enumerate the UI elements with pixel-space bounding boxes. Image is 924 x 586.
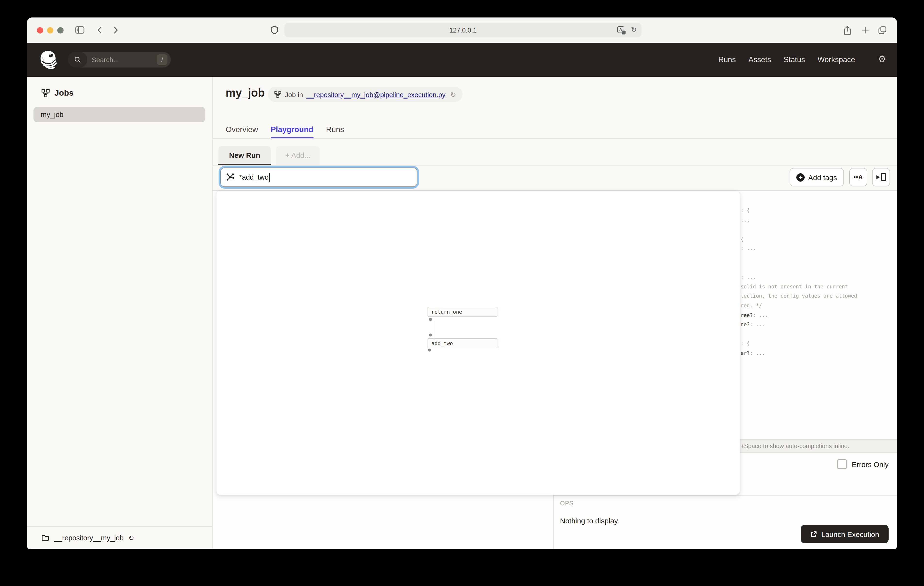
breadcrumb: Job in __repository__my_job@pipeline_exe… xyxy=(268,87,462,102)
tabs-divider xyxy=(213,138,897,139)
header-nav: Runs Assets Status Workspace xyxy=(718,43,855,77)
input-dot xyxy=(429,334,432,336)
app-body: Jobs my_job __repository__my_job ↻ my_jo… xyxy=(27,77,897,549)
sidebar-section-title: Jobs xyxy=(54,88,74,98)
breadcrumb-prefix: Job in xyxy=(285,91,303,98)
sidebar-item-my-job[interactable]: my_job xyxy=(33,107,205,122)
nav-workspace[interactable]: Workspace xyxy=(818,55,855,64)
panel-icon xyxy=(881,173,886,181)
search-input[interactable]: Search... / xyxy=(68,52,171,68)
config-line: : { xyxy=(741,341,857,350)
sidebar-jobs-header: Jobs xyxy=(27,77,212,98)
graph-edge xyxy=(434,321,434,338)
sidebar: Jobs my_job __repository__my_job ↻ xyxy=(27,77,213,549)
play-icon xyxy=(876,175,879,179)
workflow-icon xyxy=(274,91,282,98)
op-selector-value: *add_two xyxy=(239,173,269,181)
tab-overview[interactable]: Overview xyxy=(226,125,258,138)
url-bar[interactable]: 127.0.0.1 A ↻ xyxy=(284,23,642,37)
repository-reload-icon[interactable]: ↻ xyxy=(129,535,134,541)
op-graph-icon xyxy=(226,172,235,182)
traffic-light-close[interactable] xyxy=(37,27,43,33)
session-add-button[interactable]: + Add... xyxy=(276,146,320,166)
output-dot xyxy=(428,349,431,351)
translate-icon[interactable]: A xyxy=(617,26,625,34)
autocomplete-button[interactable]: ••A xyxy=(849,168,867,186)
back-icon[interactable] xyxy=(96,25,103,35)
graph-canvas[interactable]: return_one add_two xyxy=(216,191,739,495)
nav-runs[interactable]: Runs xyxy=(718,55,736,64)
config-line xyxy=(741,264,857,274)
desktop: 127.0.0.1 A ↻ xyxy=(0,0,924,586)
tab-runs[interactable]: Runs xyxy=(326,125,344,138)
traffic-light-minimize[interactable] xyxy=(47,27,53,33)
sidebar-footer: __repository__my_job ↻ xyxy=(27,526,212,549)
tab-overview-icon[interactable] xyxy=(878,25,887,35)
config-line: solid is not present in the current xyxy=(741,283,857,293)
url-text: 127.0.0.1 xyxy=(449,26,477,34)
browser-toolbar: 127.0.0.1 A ↻ xyxy=(27,18,897,43)
op-selector-input[interactable]: *add_two xyxy=(220,167,417,187)
workflow-icon xyxy=(41,89,50,98)
editor-footer-hint: +Space to show auto-completions inline. xyxy=(741,440,849,452)
add-tags-button[interactable]: + Add tags xyxy=(790,168,844,186)
plus-circle-icon: + xyxy=(797,173,805,181)
browser-window: 127.0.0.1 A ↻ xyxy=(27,18,897,549)
errors-only-checkbox[interactable] xyxy=(837,459,847,469)
search-placeholder: Search... xyxy=(92,56,157,64)
sidebar-toggle-icon[interactable] xyxy=(75,25,85,35)
nav-status[interactable]: Status xyxy=(784,55,805,64)
ops-empty-message: Nothing to display. xyxy=(560,516,619,525)
output-dot xyxy=(429,318,432,321)
repository-label: __repository__my_job xyxy=(54,534,124,542)
config-line: ree?: ... xyxy=(741,312,857,321)
config-editor-lines[interactable]: : {...{: ...: ...solid is not present in… xyxy=(741,207,857,359)
config-line: : ... xyxy=(741,245,857,255)
config-line xyxy=(741,331,857,340)
preview-section-divider xyxy=(554,495,897,496)
config-line: : ... xyxy=(741,274,857,283)
traffic-light-zoom[interactable] xyxy=(57,27,64,33)
ops-section-title: OPS xyxy=(560,500,574,507)
dagster-logo[interactable] xyxy=(38,49,59,70)
config-line xyxy=(741,255,857,264)
folder-icon xyxy=(41,534,50,542)
app-header: Search... / Runs Assets Status Workspace… xyxy=(27,43,897,77)
breadcrumb-reload-icon[interactable]: ↻ xyxy=(450,91,456,98)
nav-assets[interactable]: Assets xyxy=(749,55,771,64)
config-line: : { xyxy=(741,207,857,217)
op-node-add-two[interactable]: add_two xyxy=(427,338,497,348)
playground-workspace: : {...{: ...: ...solid is not present in… xyxy=(213,191,897,549)
tab-playground[interactable]: Playground xyxy=(271,125,313,138)
errors-only-label: Errors Only xyxy=(852,460,889,468)
session-tabs: New Run + Add... xyxy=(218,146,320,166)
gear-icon[interactable]: ⚙ xyxy=(878,55,886,64)
config-line: ne?: ... xyxy=(741,321,857,331)
search-shortcut-badge: / xyxy=(157,55,167,65)
config-line xyxy=(741,226,857,236)
search-icon xyxy=(68,52,87,68)
split-divider[interactable] xyxy=(553,495,554,549)
config-line: red. */ xyxy=(741,303,857,312)
config-line: er?: ... xyxy=(741,350,857,359)
config-line: { xyxy=(741,236,857,245)
errors-only-row: Errors Only xyxy=(837,459,889,469)
launch-execution-button[interactable]: Launch Execution xyxy=(801,525,889,543)
page-tabs: Overview Playground Runs xyxy=(226,125,344,138)
external-link-icon xyxy=(810,530,817,538)
session-tab-new-run[interactable]: New Run xyxy=(218,146,271,166)
breadcrumb-link[interactable]: __repository__my_job@pipeline_execution.… xyxy=(307,91,446,98)
split-panel-button[interactable] xyxy=(872,168,890,186)
share-icon[interactable] xyxy=(843,25,852,35)
main-panel: my_job Job in __repository__my_job@pipel… xyxy=(213,77,897,549)
privacy-shield-icon[interactable] xyxy=(270,25,279,35)
reload-icon[interactable]: ↻ xyxy=(631,25,637,33)
page-title: my_job xyxy=(226,86,265,99)
op-node-return-one[interactable]: return_one xyxy=(427,307,497,316)
config-line: lection, the config values are allowed xyxy=(741,293,857,303)
forward-icon[interactable] xyxy=(112,25,120,35)
text-caret xyxy=(269,172,270,182)
config-line: ... xyxy=(741,217,857,226)
new-tab-icon[interactable] xyxy=(861,26,870,35)
session-divider xyxy=(213,165,897,166)
